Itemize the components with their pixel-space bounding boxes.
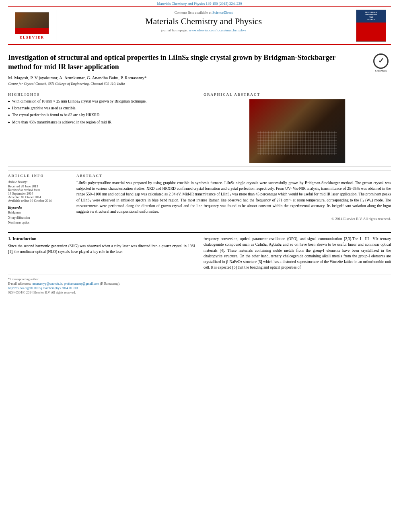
highlights-graphical-section: HIGHLIGHTS With dimension of 10 mm × 25 … xyxy=(8,92,391,163)
highlights-label: HIGHLIGHTS xyxy=(8,92,195,97)
divider-bottom xyxy=(8,232,391,233)
abstract-label: ABSTRACT xyxy=(76,174,391,178)
accepted-date: Accepted 8 October 2014 xyxy=(8,195,68,199)
highlight-item-4: More than 45% transmittance is achieved … xyxy=(8,120,195,125)
contents-line: Contents lists available at ScienceDirec… xyxy=(60,10,347,14)
divider-2 xyxy=(8,166,391,167)
email2[interactable]: proframasamy@gmail.com xyxy=(64,282,99,286)
received-date: Received 20 June 2013 xyxy=(8,185,68,188)
elsevier-image xyxy=(15,12,49,34)
email-note: E-mail addresses: ramasamyp@ssn.edu.in, … xyxy=(8,282,391,286)
article-title-container: Investigation of structural and optical … xyxy=(8,53,391,72)
intro-left-col: 1. Introduction Since the second harmoni… xyxy=(8,236,195,271)
history-label: Article history: xyxy=(8,180,68,184)
journal-title: Materials Chemistry and Physics xyxy=(60,16,347,27)
journal-homepage: journal homepage: www.elsevier.com/locat… xyxy=(60,28,347,32)
email1[interactable]: ramasamyp@ssn.edu.in xyxy=(32,282,62,286)
citation-text: Materials Chemistry and Physics 149-150 … xyxy=(157,2,242,6)
article-history: Article history: Received 20 June 2013 R… xyxy=(8,180,68,203)
sciencedirect-link[interactable]: ScienceDirect xyxy=(212,10,232,14)
copyright: © 2014 Elsevier B.V. All rights reserved… xyxy=(76,217,391,221)
journal-header: ELSEVIER Contents lists available at Sci… xyxy=(8,6,391,45)
graphical-abstract-image xyxy=(249,99,346,163)
available-date: Available online 19 October 2014 xyxy=(8,199,68,203)
highlights-list: With dimension of 10 mm × 25 mm LiInSe₂ … xyxy=(8,99,195,125)
journal-cover: MATERIALSCHEMISTRYANDPHYSICS xyxy=(356,10,386,42)
elsevier-brand: ELSEVIER xyxy=(20,35,45,39)
journal-header-center: Contents lists available at ScienceDirec… xyxy=(56,10,351,42)
journal-header-right: MATERIALSCHEMISTRYANDPHYSICS xyxy=(351,10,387,42)
affiliation: Centre for Crystal Growth, SSN College o… xyxy=(8,82,391,86)
crossmark-label: CrossMark xyxy=(375,70,387,73)
highlight-item-3: The crystal perfection is found to be 82… xyxy=(8,113,195,118)
article-footer: * Corresponding author. E-mail addresses… xyxy=(8,275,391,294)
keyword-3: Nonlinear optics xyxy=(8,220,68,226)
graphical-abstract-label: GRAPHICAL ABSTRACT xyxy=(204,92,391,97)
crossmark: ✓ CrossMark xyxy=(371,53,391,73)
keyword-1: Bridgman xyxy=(8,210,68,216)
graphical-abstract-col: GRAPHICAL ABSTRACT xyxy=(204,92,391,163)
intro-right-col: frequency conversion, optical parameter … xyxy=(204,236,391,271)
keywords-block: Keywords: Bridgman X-ray diffraction Non… xyxy=(8,206,68,226)
crossmark-symbol: ✓ xyxy=(378,56,384,66)
citation-bar: Materials Chemistry and Physics 149-150 … xyxy=(0,0,399,6)
elsevier-logo: ELSEVIER xyxy=(15,12,49,39)
received-revised-label: Received in revised form xyxy=(8,188,68,192)
highlights-col: HIGHLIGHTS With dimension of 10 mm × 25 … xyxy=(8,92,195,163)
journal-header-left: ELSEVIER xyxy=(12,10,56,42)
highlight-item-2: Homemade graphite was used as crucible. xyxy=(8,106,195,111)
abstract-col: ABSTRACT LiInS₂ polycrystalline material… xyxy=(76,174,391,229)
article-info-abstract-section: ARTICLE INFO Article history: Received 2… xyxy=(8,170,391,229)
article-info-label: ARTICLE INFO xyxy=(8,174,68,178)
authors: M. Magesh, P. Vijayakumar, A. Arunkumar,… xyxy=(8,75,391,80)
keywords-label: Keywords: xyxy=(8,206,68,210)
doi-note: http://dx.doi.org/10.1016/j.matchemphys.… xyxy=(8,286,391,290)
crossmark-circle: ✓ xyxy=(373,53,389,69)
intro-right-text: frequency conversion, optical parameter … xyxy=(204,236,391,271)
introduction-section: 1. Introduction Since the second harmoni… xyxy=(8,236,391,271)
issn-note: 0254-0584/© 2014 Elsevier B.V. All right… xyxy=(8,291,391,294)
article-info: ARTICLE INFO Article history: Received 2… xyxy=(8,174,68,229)
corresponding-author-note: * Corresponding author. xyxy=(8,277,391,281)
intro-title: 1. Introduction xyxy=(8,236,195,241)
doi-link[interactable]: http://dx.doi.org/10.1016/j.matchemphys.… xyxy=(8,286,78,290)
article-content: Investigation of structural and optical … xyxy=(8,45,391,299)
homepage-link[interactable]: www.elsevier.com/locate/matchemphys xyxy=(189,28,246,32)
highlight-item-1: With dimension of 10 mm × 25 mm LiInSe₂ … xyxy=(8,99,195,104)
revised-date: 14 September 2014 xyxy=(8,192,68,195)
journal-cover-title: MATERIALSCHEMISTRYANDPHYSICS xyxy=(365,11,377,21)
abstract-text: LiInS₂ polycrystalline material was prep… xyxy=(76,180,391,215)
intro-left-text: Since the second harmonic generation (SH… xyxy=(8,243,195,255)
keyword-2: X-ray diffraction xyxy=(8,216,68,221)
article-title-text: Investigation of structural and optical … xyxy=(8,53,335,71)
divider-1 xyxy=(8,89,391,89)
